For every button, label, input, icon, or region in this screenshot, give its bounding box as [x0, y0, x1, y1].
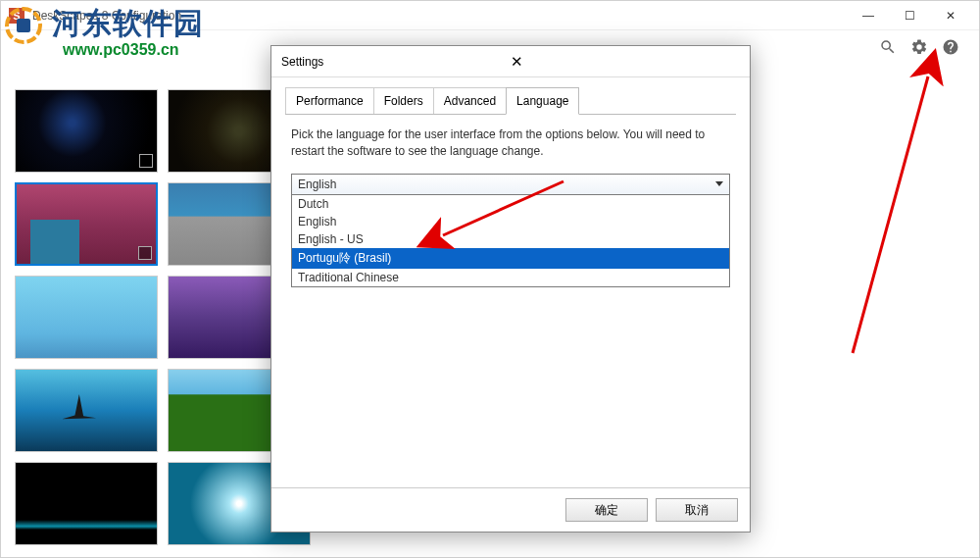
tab-advanced[interactable]: Advanced: [433, 87, 506, 114]
window-controls: — ☐ ✕: [848, 1, 971, 30]
tab-performance[interactable]: Performance: [285, 87, 373, 114]
dialog-titlebar: Settings ✕: [271, 46, 750, 77]
app-icon: S: [9, 8, 24, 24]
help-icon[interactable]: [942, 38, 959, 56]
option-traditional-chinese[interactable]: Traditional Chinese: [292, 269, 729, 286]
film-icon: [138, 246, 152, 260]
wallpaper-thumb[interactable]: [15, 276, 158, 359]
dropdown-options-list: Dutch English English - US Portugu阾 (Bra…: [292, 195, 729, 286]
film-icon: [139, 154, 153, 168]
titlebar: S DeskScapes 8 Configuration — ☐ ✕: [1, 1, 979, 30]
option-dutch[interactable]: Dutch: [292, 195, 729, 213]
minimize-button[interactable]: —: [848, 1, 889, 30]
dialog-body: Pick the language for the user interface…: [271, 115, 750, 487]
tab-folders[interactable]: Folders: [373, 87, 433, 114]
tabs-bar: Performance Folders Advanced Language: [285, 87, 736, 115]
language-instruction: Pick the language for the user interface…: [291, 127, 730, 160]
language-dropdown[interactable]: English Dutch English English - US Portu…: [291, 174, 730, 287]
dialog-title: Settings: [281, 55, 505, 69]
dialog-close-button[interactable]: ✕: [505, 51, 740, 73]
top-right-toolbar: [879, 38, 959, 56]
wallpaper-thumb[interactable]: [15, 462, 158, 545]
wallpaper-thumb[interactable]: [15, 369, 158, 452]
close-button[interactable]: ✕: [930, 1, 971, 30]
wallpaper-thumb[interactable]: [15, 182, 158, 266]
wallpaper-thumb[interactable]: [15, 89, 158, 173]
gear-icon[interactable]: [910, 38, 928, 56]
dialog-footer: 确定 取消: [271, 487, 750, 532]
tab-language[interactable]: Language: [506, 87, 579, 115]
search-icon[interactable]: [879, 38, 897, 56]
settings-dialog: Settings ✕ Performance Folders Advanced …: [270, 45, 751, 533]
option-english-us[interactable]: English - US: [292, 230, 729, 248]
window-title: DeskScapes 8 Configuration: [32, 9, 848, 23]
ok-button[interactable]: 确定: [565, 498, 648, 522]
option-english[interactable]: English: [292, 213, 729, 230]
option-portuguese-brasil[interactable]: Portugu阾 (Brasil): [292, 248, 729, 269]
chevron-down-icon: [715, 181, 723, 186]
dropdown-value: English: [298, 178, 336, 191]
dropdown-selected[interactable]: English: [292, 175, 729, 195]
cancel-button[interactable]: 取消: [656, 498, 738, 522]
maximize-button[interactable]: ☐: [889, 1, 930, 30]
